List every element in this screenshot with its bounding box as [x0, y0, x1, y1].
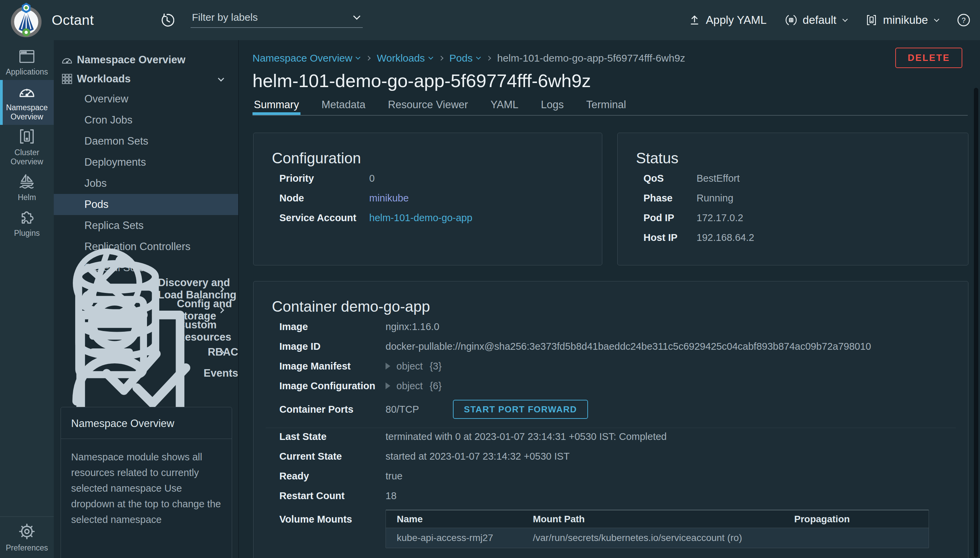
object-expander[interactable]: object {6}: [386, 381, 442, 392]
object-word: object: [396, 361, 423, 372]
tab-terminal[interactable]: Terminal: [585, 96, 627, 115]
tab-metadata[interactable]: Metadata: [320, 96, 367, 115]
nav-item-label: Cron Jobs: [84, 114, 132, 126]
nav-item-label: Events: [204, 367, 238, 379]
volume-mounts-table: Name Mount Path Propagation kube-api-acc…: [386, 510, 929, 548]
nav-item-daemon-sets[interactable]: Daemon Sets: [54, 131, 238, 152]
object-count: {6}: [429, 381, 442, 392]
breadcrumb-workloads[interactable]: Workloads: [377, 53, 432, 64]
tab-logs[interactable]: Logs: [540, 96, 565, 115]
column-header-name: Name: [386, 514, 533, 525]
chevron-down-icon[interactable]: [476, 55, 481, 59]
breadcrumb-namespace-overview[interactable]: Namespace Overview: [253, 53, 359, 64]
row-value: 0: [369, 173, 375, 184]
sidebar-item-namespace-overview[interactable]: Namespace Overview: [0, 80, 54, 125]
sidebar-item-label: Plugins: [14, 229, 39, 238]
sidebar-item-label: Namespace Overview: [2, 103, 53, 121]
container-row-ports: Container Ports 80/TCP START PORT FORWAR…: [279, 400, 949, 419]
sidebar-item-helm[interactable]: Helm: [0, 170, 54, 205]
cell-name: kube-api-access-rmj27: [386, 532, 533, 543]
container-row-image-id: Image ID docker-pullable://nginx@sha256:…: [279, 341, 949, 352]
start-port-forward-button[interactable]: START PORT FORWARD: [453, 400, 588, 419]
delete-button[interactable]: DELETE: [895, 48, 962, 68]
chevron-down-icon[interactable]: [356, 55, 360, 59]
node-link[interactable]: minikube: [369, 192, 409, 204]
row-label: Restart Count: [279, 490, 386, 502]
main-content: Namespace Overview Workloads Pods helm-1…: [240, 40, 980, 558]
filter-by-labels-input[interactable]: Filter by labels: [190, 9, 363, 28]
context-cluster-icon: [865, 14, 878, 26]
tab-summary[interactable]: Summary: [253, 96, 300, 115]
row-value: Running: [696, 192, 733, 204]
namespace-dropdown[interactable]: default: [785, 14, 847, 26]
nav-item-workloads[interactable]: Workloads: [54, 69, 238, 89]
applications-window-icon: [18, 49, 36, 64]
nav-item-pods[interactable]: Pods: [54, 194, 238, 215]
card-title: Container demo-go-app: [272, 298, 968, 315]
sidebar-item-label: Applications: [6, 67, 48, 77]
sidebar-item-plugins[interactable]: Plugins: [0, 205, 54, 241]
service-account-link[interactable]: helm-101-demo-go-app: [369, 212, 472, 223]
page-title: helm-101-demo-go-app-5f69774fff-6wh9z: [253, 70, 591, 91]
divider: [266, 428, 956, 428]
object-word: object: [396, 381, 423, 392]
config-row-service-account: Service Account helm-101-demo-go-app: [279, 212, 583, 223]
topbar-actions: Apply YAML default minikube ?: [689, 0, 970, 40]
nav-item-label: Deployments: [84, 156, 146, 168]
chevron-down-icon[interactable]: [353, 13, 360, 20]
row-label: Current State: [279, 451, 386, 462]
breadcrumb: Namespace Overview Workloads Pods helm-1…: [253, 53, 685, 64]
nav-item-namespace-overview[interactable]: Namespace Overview: [54, 50, 238, 69]
row-label: Priority: [279, 173, 369, 184]
nav-item-deployments[interactable]: Deployments: [54, 152, 238, 173]
object-expander[interactable]: object {3}: [386, 361, 442, 372]
sidebar-item-label: Helm: [18, 193, 36, 202]
history-icon[interactable]: [160, 13, 174, 27]
breadcrumb-label: Namespace Overview: [253, 53, 352, 64]
container-row-last-state: Last State terminated with 0 at 2023-01-…: [279, 431, 949, 442]
row-value: 192.168.64.2: [696, 232, 754, 243]
help-icon[interactable]: ?: [957, 13, 970, 27]
card-title: Configuration: [272, 149, 602, 167]
row-label: Pod IP: [643, 212, 696, 223]
chevron-down-icon: [934, 16, 939, 22]
row-value: 18: [386, 490, 396, 502]
breadcrumb-pods[interactable]: Pods: [450, 53, 480, 64]
row-label: Phase: [643, 192, 696, 204]
nav-item-replica-sets[interactable]: Replica Sets: [54, 215, 238, 236]
table-header-row: Name Mount Path Propagation: [386, 510, 929, 528]
container-row-image: Image nginx:1.16.0: [279, 321, 949, 332]
sidebar-item-preferences[interactable]: Preferences: [0, 517, 54, 558]
nav-item-jobs[interactable]: Jobs: [54, 173, 238, 194]
apply-yaml-button[interactable]: Apply YAML: [689, 14, 767, 26]
sidebar-item-cluster-overview[interactable]: Cluster Overview: [0, 125, 54, 170]
puzzle-icon: [18, 209, 36, 225]
row-label: Image Configuration: [279, 381, 386, 392]
nav-item-label: Overview: [84, 93, 128, 105]
sidebar-item-applications[interactable]: Applications: [0, 46, 54, 80]
chevron-down-icon[interactable]: [428, 55, 433, 59]
row-label: Last State: [279, 431, 386, 442]
row-label: Image: [279, 321, 386, 332]
nav-item-label: Workloads: [77, 73, 131, 85]
nav-item-overview[interactable]: Overview: [54, 89, 238, 110]
row-label: Container Ports: [279, 404, 386, 415]
breadcrumb-current: helm-101-demo-go-app-5f69774fff-6wh9z: [497, 53, 685, 64]
nav-item-label: Pods: [84, 199, 108, 211]
tab-resource-viewer[interactable]: Resource Viewer: [387, 96, 469, 115]
nav-item-events[interactable]: Events: [54, 363, 238, 384]
module-sidebar: Applications Namespace Overview Cluster …: [0, 40, 54, 558]
info-card-body: Namespace module shows all resources rel…: [61, 439, 232, 538]
container-row-image-manifest: Image Manifest object {3}: [279, 360, 949, 372]
status-row-phase: Phase Running: [643, 192, 949, 204]
svg-text:?: ?: [962, 16, 966, 25]
nav-item-cron-jobs[interactable]: Cron Jobs: [54, 110, 238, 131]
tab-yaml[interactable]: YAML: [489, 96, 520, 115]
row-label: Node: [279, 192, 369, 204]
vertical-scrollbar[interactable]: [974, 88, 978, 557]
container-row-volume-mounts: Volume Mounts Name Mount Path Propagatio…: [279, 510, 949, 548]
namespace-overview-info-card: Namespace Overview Namespace module show…: [61, 407, 232, 558]
grid-icon: [61, 73, 73, 85]
sidebar-item-label: Preferences: [6, 543, 48, 553]
context-dropdown[interactable]: minikube: [865, 14, 939, 26]
